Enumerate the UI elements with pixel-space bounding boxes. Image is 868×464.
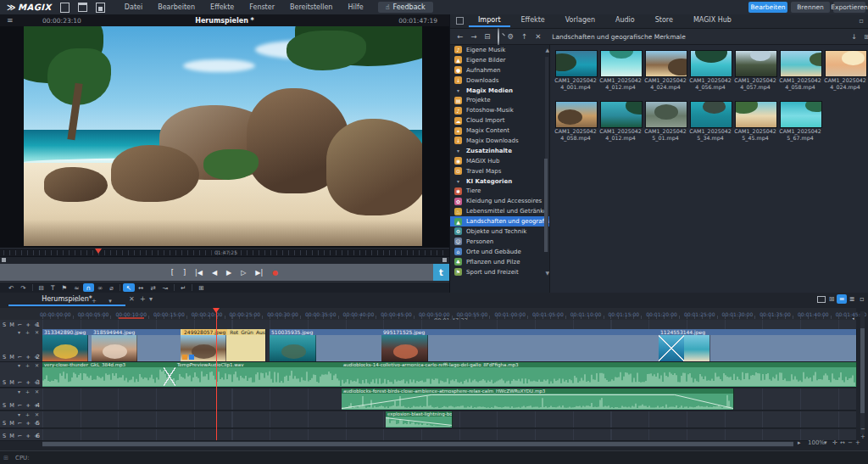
mouse-mode-icon[interactable]: ↖ — [123, 283, 135, 292]
zoom-fit-icon[interactable]: ✛ — [832, 439, 837, 446]
sidebar-item-eigene-musik[interactable]: ♪Eigene Musik — [450, 45, 549, 55]
collapse-icon[interactable]: ▾ — [454, 178, 462, 184]
import-button[interactable]: ↓ — [851, 33, 857, 41]
object-grid-icon[interactable]: ⊞ — [195, 283, 207, 292]
snap-icon[interactable]: ∩ — [83, 283, 95, 292]
preview-scrub-bar[interactable]: 01:47:25 — [0, 248, 449, 256]
timeline-clip[interactable]: 249928057.jpegRotGrünAusschnittWe... — [181, 329, 266, 361]
media-thumbnail[interactable] — [735, 101, 777, 128]
track-lane-4[interactable]: audioblocks-forest-birds-close-ambience-… — [42, 389, 856, 411]
zoom-level-label[interactable]: 100% — [808, 439, 825, 446]
tab-magix-hub[interactable]: MAGIX Hub — [684, 15, 741, 27]
mode-edit-button[interactable]: Bearbeiten — [748, 2, 787, 13]
timeline-clip[interactable]: 318594944.jpeg — [92, 329, 181, 361]
media-thumbnail[interactable] — [600, 101, 643, 128]
sidebar-item-travel-maps[interactable]: ⊙Travel Maps — [450, 166, 549, 176]
zoom-horizontal-icon[interactable]: ↔ — [840, 439, 845, 446]
timeline-audio-clip[interactable]: explosion-blast-lightning-bolt... — [386, 411, 453, 428]
storyboard-mode-icon[interactable]: ⊞ — [826, 294, 837, 304]
tab-audio[interactable]: Audio — [606, 15, 644, 27]
media-thumbnail[interactable] — [645, 101, 687, 128]
collapse-icon[interactable]: ▾ — [454, 148, 462, 154]
redo-icon[interactable]: ↷ — [17, 283, 29, 292]
save-project-icon[interactable] — [96, 3, 105, 13]
media-thumbnail[interactable] — [645, 50, 687, 77]
add-tab-icon[interactable]: + — [140, 295, 146, 303]
up-button[interactable]: ↑ — [521, 32, 527, 41]
media-thumbnail[interactable] — [825, 50, 867, 77]
sidebar-item-kleidung-und-accessoires[interactable]: ✿Kleidung und Accessoires — [450, 196, 549, 206]
delete-object-icon[interactable]: ⊟ — [36, 283, 47, 292]
panel-toggle-button[interactable]: t — [433, 264, 449, 281]
media-thumbnail[interactable] — [735, 50, 777, 77]
collapse-icon[interactable]: ▾ — [454, 87, 462, 93]
sidebar-item-projekte[interactable]: ▤Projekte — [450, 95, 549, 105]
menu-item-bearbeiten[interactable]: Bearbeiten — [150, 3, 203, 11]
track1-controls[interactable]: ⌐ + ▾ — [75, 298, 117, 305]
marker-icon[interactable]: ⚑ — [58, 283, 70, 292]
scroll-expand-icon[interactable]: ▸ — [798, 439, 801, 446]
prev-frame-button[interactable]: ◀ — [212, 269, 217, 277]
panel-checkbox-icon[interactable] — [456, 17, 464, 25]
mouse-mode-single-icon[interactable]: ↔ — [135, 283, 147, 292]
sidebar-item-sport-und-freizeit[interactable]: ⚑Sport und Freizeit — [450, 267, 549, 277]
menu-item-fenster[interactable]: Fenster — [242, 3, 282, 11]
range-end-handle[interactable] — [442, 258, 447, 262]
scroll-down-icon[interactable]: ▼ — [545, 270, 549, 276]
track-buttons[interactable]: S M ⌐ + + — [3, 433, 39, 439]
preview-mode-icon[interactable] — [816, 294, 826, 304]
track-lane-6[interactable] — [42, 429, 856, 441]
track-header-5[interactable]: ▾ + ✕S M ⌐ + +5 — [0, 411, 43, 428]
new-project-icon[interactable] — [60, 3, 70, 13]
sidebar-item-lebensmittel-und-getr-nke[interactable]: ♨Lebensmittel und Getränke — [450, 206, 549, 216]
track-controls[interactable]: ▾ + ✕ — [18, 411, 41, 417]
tab-effekte[interactable]: Effekte — [512, 15, 554, 27]
media-thumbnail[interactable] — [555, 101, 598, 128]
track-lane-2[interactable]: 313342890.jpeg318594944.jpeg249928057.jp… — [42, 329, 856, 362]
undo-icon[interactable]: ↶ — [5, 283, 17, 292]
menu-item-effekte[interactable]: Effekte — [203, 3, 242, 11]
media-thumbnail[interactable] — [690, 101, 732, 128]
track-controls[interactable]: ▾ + ✕ — [18, 389, 41, 394]
multicam-mode-icon[interactable]: ≣ — [847, 294, 857, 304]
vzoom-plus-icon[interactable]: + — [860, 433, 865, 440]
track-header-4[interactable]: ▾ + ✕S M ⌐ + +4 — [0, 389, 43, 411]
forward-button[interactable]: → — [470, 32, 476, 41]
range-start-handle[interactable] — [2, 258, 6, 262]
mouse-mode-stretch-icon[interactable]: ⇄ — [147, 283, 159, 292]
timeline-playhead[interactable] — [216, 308, 217, 440]
range-out-button[interactable]: ] — [183, 269, 186, 277]
detach-icon[interactable]: ▫ — [857, 294, 867, 304]
popout-icon[interactable]: ▫ — [860, 17, 864, 25]
sidebar-item-magix-medien[interactable]: ▾Magix Medien — [450, 86, 549, 96]
tab-menu-icon[interactable]: ▾ — [149, 295, 153, 303]
link-icon[interactable]: ∞ — [94, 283, 106, 292]
record-button[interactable]: ● — [272, 269, 278, 277]
menu-item-datei[interactable]: Datei — [117, 3, 150, 11]
play-range-button[interactable]: ▷ — [241, 269, 246, 277]
feedback-button[interactable]: ☝ Feedback — [378, 2, 433, 13]
track-lane-5[interactable]: explosion-blast-lightning-bolt... — [42, 411, 856, 428]
track-controls[interactable]: ▾ + ✕ — [18, 329, 41, 335]
sidebar-item-downloads[interactable]: ↓Downloads — [450, 75, 549, 86]
close-tab-icon[interactable]: ✕ — [129, 295, 135, 303]
sidebar-item-tiere[interactable]: ✱Tiere — [450, 186, 549, 196]
waveform-icon[interactable]: ≈ — [70, 283, 82, 292]
timeline-audio-clip[interactable]: audioblocks-forest-birds-close-ambience-… — [342, 389, 734, 410]
mode-export-button[interactable]: Exportieren — [833, 2, 865, 13]
track-lane-3[interactable]: very-close-thunder_GkL_384d.mp3TempPrevi… — [42, 362, 856, 388]
track-buttons[interactable]: S M ⌐ + + — [3, 402, 39, 409]
back-button[interactable]: ← — [457, 32, 463, 41]
settings-button[interactable]: ⚙ — [507, 32, 514, 41]
sidebar-item-ki-kategorien[interactable]: ▾KI Kategorien — [450, 176, 549, 187]
view-options-button[interactable]: ⊞ — [864, 33, 868, 41]
sidebar-item-pflanzen-und-pilze[interactable]: ♣Pflanzen und Pilze — [450, 257, 549, 267]
timeline-audio-clip[interactable]: TempPreviewAudioClip1.wav — [175, 362, 342, 387]
timeline-clip[interactable]: 995171525.jpeg — [381, 329, 659, 361]
timeline-audio-clip[interactable]: very-close-thunder_GkL_384d.mp3 — [42, 362, 176, 387]
track-controls[interactable]: ▾ + ✕ — [18, 362, 41, 368]
sidebar-item-objekte-und-technik[interactable]: ⚙Objekte und Technik — [450, 226, 549, 237]
timeline-clip[interactable]: 1124553144.jpeg — [659, 329, 857, 361]
open-project-icon[interactable] — [78, 3, 87, 12]
media-thumbnail[interactable] — [600, 50, 643, 77]
